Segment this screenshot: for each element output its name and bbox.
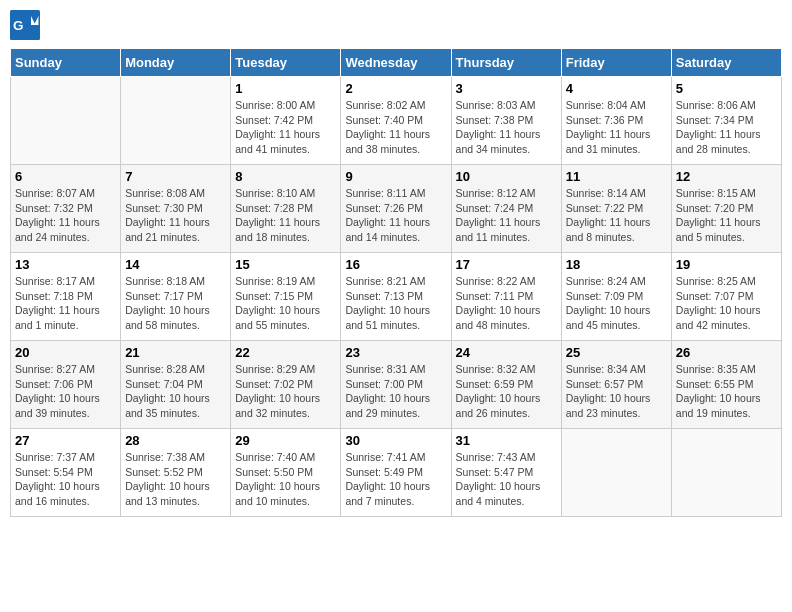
day-number: 27 <box>15 433 116 448</box>
day-info: Sunrise: 8:32 AM Sunset: 6:59 PM Dayligh… <box>456 362 557 421</box>
calendar-cell: 3Sunrise: 8:03 AM Sunset: 7:38 PM Daylig… <box>451 77 561 165</box>
calendar-table: SundayMondayTuesdayWednesdayThursdayFrid… <box>10 48 782 517</box>
day-info: Sunrise: 8:02 AM Sunset: 7:40 PM Dayligh… <box>345 98 446 157</box>
day-number: 29 <box>235 433 336 448</box>
calendar-cell: 14Sunrise: 8:18 AM Sunset: 7:17 PM Dayli… <box>121 253 231 341</box>
day-info: Sunrise: 8:21 AM Sunset: 7:13 PM Dayligh… <box>345 274 446 333</box>
day-number: 1 <box>235 81 336 96</box>
day-info: Sunrise: 8:28 AM Sunset: 7:04 PM Dayligh… <box>125 362 226 421</box>
day-number: 17 <box>456 257 557 272</box>
weekday-header: Tuesday <box>231 49 341 77</box>
calendar-cell: 17Sunrise: 8:22 AM Sunset: 7:11 PM Dayli… <box>451 253 561 341</box>
calendar-cell: 12Sunrise: 8:15 AM Sunset: 7:20 PM Dayli… <box>671 165 781 253</box>
day-number: 22 <box>235 345 336 360</box>
day-info: Sunrise: 8:22 AM Sunset: 7:11 PM Dayligh… <box>456 274 557 333</box>
calendar-cell: 22Sunrise: 8:29 AM Sunset: 7:02 PM Dayli… <box>231 341 341 429</box>
day-info: Sunrise: 8:34 AM Sunset: 6:57 PM Dayligh… <box>566 362 667 421</box>
calendar-cell: 13Sunrise: 8:17 AM Sunset: 7:18 PM Dayli… <box>11 253 121 341</box>
day-number: 10 <box>456 169 557 184</box>
calendar-week-row: 13Sunrise: 8:17 AM Sunset: 7:18 PM Dayli… <box>11 253 782 341</box>
calendar-week-row: 27Sunrise: 7:37 AM Sunset: 5:54 PM Dayli… <box>11 429 782 517</box>
calendar-cell: 23Sunrise: 8:31 AM Sunset: 7:00 PM Dayli… <box>341 341 451 429</box>
logo-icon: G <box>10 10 40 40</box>
calendar-cell: 8Sunrise: 8:10 AM Sunset: 7:28 PM Daylig… <box>231 165 341 253</box>
day-info: Sunrise: 8:25 AM Sunset: 7:07 PM Dayligh… <box>676 274 777 333</box>
day-number: 25 <box>566 345 667 360</box>
day-info: Sunrise: 7:38 AM Sunset: 5:52 PM Dayligh… <box>125 450 226 509</box>
day-info: Sunrise: 8:08 AM Sunset: 7:30 PM Dayligh… <box>125 186 226 245</box>
day-info: Sunrise: 8:14 AM Sunset: 7:22 PM Dayligh… <box>566 186 667 245</box>
day-info: Sunrise: 8:17 AM Sunset: 7:18 PM Dayligh… <box>15 274 116 333</box>
day-info: Sunrise: 7:41 AM Sunset: 5:49 PM Dayligh… <box>345 450 446 509</box>
calendar-cell: 4Sunrise: 8:04 AM Sunset: 7:36 PM Daylig… <box>561 77 671 165</box>
day-info: Sunrise: 8:24 AM Sunset: 7:09 PM Dayligh… <box>566 274 667 333</box>
calendar-cell: 24Sunrise: 8:32 AM Sunset: 6:59 PM Dayli… <box>451 341 561 429</box>
day-info: Sunrise: 7:40 AM Sunset: 5:50 PM Dayligh… <box>235 450 336 509</box>
day-number: 6 <box>15 169 116 184</box>
logo: G <box>10 10 44 40</box>
calendar-cell <box>671 429 781 517</box>
day-number: 8 <box>235 169 336 184</box>
day-number: 9 <box>345 169 446 184</box>
calendar-cell: 10Sunrise: 8:12 AM Sunset: 7:24 PM Dayli… <box>451 165 561 253</box>
day-info: Sunrise: 8:04 AM Sunset: 7:36 PM Dayligh… <box>566 98 667 157</box>
day-number: 21 <box>125 345 226 360</box>
day-number: 24 <box>456 345 557 360</box>
day-info: Sunrise: 7:43 AM Sunset: 5:47 PM Dayligh… <box>456 450 557 509</box>
page-header: G <box>10 10 782 40</box>
day-info: Sunrise: 8:31 AM Sunset: 7:00 PM Dayligh… <box>345 362 446 421</box>
calendar-cell: 6Sunrise: 8:07 AM Sunset: 7:32 PM Daylig… <box>11 165 121 253</box>
day-info: Sunrise: 8:00 AM Sunset: 7:42 PM Dayligh… <box>235 98 336 157</box>
day-info: Sunrise: 7:37 AM Sunset: 5:54 PM Dayligh… <box>15 450 116 509</box>
calendar-week-row: 1Sunrise: 8:00 AM Sunset: 7:42 PM Daylig… <box>11 77 782 165</box>
day-info: Sunrise: 8:18 AM Sunset: 7:17 PM Dayligh… <box>125 274 226 333</box>
day-info: Sunrise: 8:27 AM Sunset: 7:06 PM Dayligh… <box>15 362 116 421</box>
weekday-header: Thursday <box>451 49 561 77</box>
day-number: 31 <box>456 433 557 448</box>
day-number: 3 <box>456 81 557 96</box>
day-number: 19 <box>676 257 777 272</box>
calendar-cell: 31Sunrise: 7:43 AM Sunset: 5:47 PM Dayli… <box>451 429 561 517</box>
day-number: 23 <box>345 345 446 360</box>
calendar-cell: 20Sunrise: 8:27 AM Sunset: 7:06 PM Dayli… <box>11 341 121 429</box>
day-number: 15 <box>235 257 336 272</box>
calendar-cell: 7Sunrise: 8:08 AM Sunset: 7:30 PM Daylig… <box>121 165 231 253</box>
calendar-cell: 11Sunrise: 8:14 AM Sunset: 7:22 PM Dayli… <box>561 165 671 253</box>
weekday-header: Monday <box>121 49 231 77</box>
day-info: Sunrise: 8:35 AM Sunset: 6:55 PM Dayligh… <box>676 362 777 421</box>
calendar-week-row: 6Sunrise: 8:07 AM Sunset: 7:32 PM Daylig… <box>11 165 782 253</box>
day-number: 13 <box>15 257 116 272</box>
calendar-cell: 29Sunrise: 7:40 AM Sunset: 5:50 PM Dayli… <box>231 429 341 517</box>
day-number: 11 <box>566 169 667 184</box>
day-number: 14 <box>125 257 226 272</box>
calendar-cell: 30Sunrise: 7:41 AM Sunset: 5:49 PM Dayli… <box>341 429 451 517</box>
calendar-cell <box>121 77 231 165</box>
day-info: Sunrise: 8:06 AM Sunset: 7:34 PM Dayligh… <box>676 98 777 157</box>
day-info: Sunrise: 8:07 AM Sunset: 7:32 PM Dayligh… <box>15 186 116 245</box>
weekday-header: Wednesday <box>341 49 451 77</box>
day-number: 5 <box>676 81 777 96</box>
calendar-cell: 21Sunrise: 8:28 AM Sunset: 7:04 PM Dayli… <box>121 341 231 429</box>
calendar-cell: 28Sunrise: 7:38 AM Sunset: 5:52 PM Dayli… <box>121 429 231 517</box>
day-info: Sunrise: 8:10 AM Sunset: 7:28 PM Dayligh… <box>235 186 336 245</box>
day-number: 18 <box>566 257 667 272</box>
calendar-cell: 16Sunrise: 8:21 AM Sunset: 7:13 PM Dayli… <box>341 253 451 341</box>
calendar-cell: 15Sunrise: 8:19 AM Sunset: 7:15 PM Dayli… <box>231 253 341 341</box>
weekday-header: Friday <box>561 49 671 77</box>
day-number: 20 <box>15 345 116 360</box>
calendar-cell: 1Sunrise: 8:00 AM Sunset: 7:42 PM Daylig… <box>231 77 341 165</box>
day-info: Sunrise: 8:12 AM Sunset: 7:24 PM Dayligh… <box>456 186 557 245</box>
day-number: 12 <box>676 169 777 184</box>
day-number: 4 <box>566 81 667 96</box>
calendar-week-row: 20Sunrise: 8:27 AM Sunset: 7:06 PM Dayli… <box>11 341 782 429</box>
calendar-cell: 26Sunrise: 8:35 AM Sunset: 6:55 PM Dayli… <box>671 341 781 429</box>
day-number: 16 <box>345 257 446 272</box>
day-info: Sunrise: 8:29 AM Sunset: 7:02 PM Dayligh… <box>235 362 336 421</box>
day-info: Sunrise: 8:19 AM Sunset: 7:15 PM Dayligh… <box>235 274 336 333</box>
day-info: Sunrise: 8:15 AM Sunset: 7:20 PM Dayligh… <box>676 186 777 245</box>
calendar-cell: 18Sunrise: 8:24 AM Sunset: 7:09 PM Dayli… <box>561 253 671 341</box>
calendar-cell: 25Sunrise: 8:34 AM Sunset: 6:57 PM Dayli… <box>561 341 671 429</box>
weekday-header: Sunday <box>11 49 121 77</box>
calendar-cell: 27Sunrise: 7:37 AM Sunset: 5:54 PM Dayli… <box>11 429 121 517</box>
calendar-cell <box>11 77 121 165</box>
